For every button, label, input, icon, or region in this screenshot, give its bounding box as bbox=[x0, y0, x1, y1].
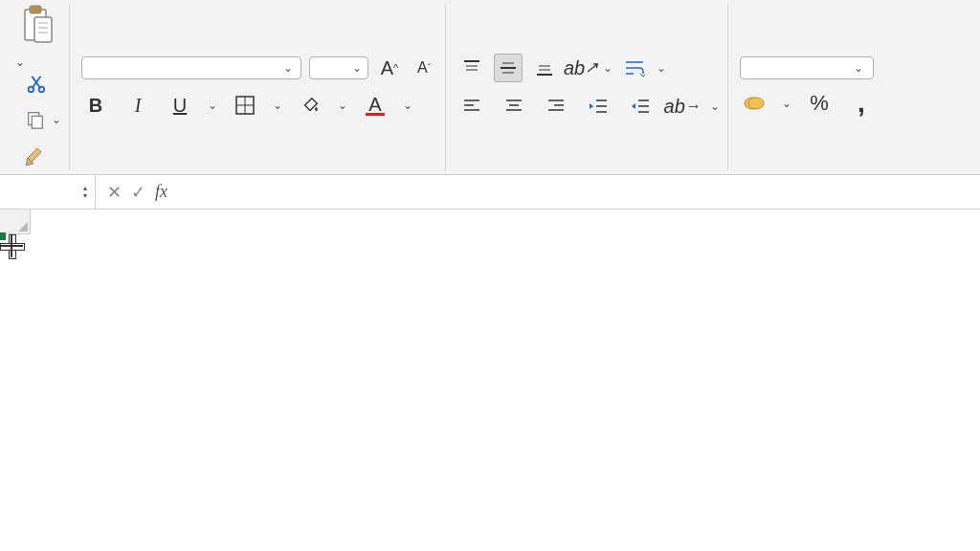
orientation-button[interactable]: ab↗ bbox=[567, 54, 595, 82]
svg-rect-2 bbox=[34, 17, 52, 42]
chevron-down-icon[interactable]: ⌄ bbox=[603, 61, 612, 75]
chevron-down-icon[interactable]: ⌄ bbox=[710, 99, 720, 113]
chevron-down-icon[interactable]: ⌄ bbox=[403, 99, 412, 112]
chevron-down-icon[interactable]: ⌄ bbox=[657, 61, 666, 75]
chevron-down-icon: ⌄ bbox=[854, 61, 863, 75]
svg-point-7 bbox=[39, 87, 44, 93]
chevron-down-icon[interactable]: ⌄ bbox=[782, 97, 791, 110]
align-bottom-button[interactable] bbox=[530, 54, 559, 82]
bold-button[interactable]: B bbox=[81, 91, 110, 120]
alignment-group: ab↗ ⌄ ⌄ ab→ ⌄ bbox=[450, 4, 728, 170]
cancel-formula-button[interactable]: ✕ bbox=[107, 182, 122, 203]
svg-point-40 bbox=[748, 98, 764, 109]
font-name-select[interactable]: ⌄ bbox=[81, 56, 301, 79]
chevron-down-icon: ⌄ bbox=[352, 61, 362, 75]
ribbon: ⌄ ⌄ ⌄ ⌄ A^ Aˇ B I U ⌄ ⌄ ⌄ A ⌄ bbox=[0, 0, 980, 175]
font-color-button[interactable]: A bbox=[361, 91, 390, 120]
formula-bar: ▴▾ ✕ ✓ fx bbox=[0, 175, 980, 209]
fill-color-button[interactable] bbox=[296, 91, 324, 120]
percent-button[interactable]: % bbox=[805, 89, 834, 118]
align-top-button[interactable] bbox=[457, 54, 486, 82]
svg-rect-1 bbox=[30, 6, 41, 13]
chevron-down-icon[interactable]: ⌄ bbox=[273, 99, 282, 112]
align-middle-button[interactable] bbox=[494, 54, 523, 82]
svg-point-6 bbox=[29, 87, 34, 93]
align-left-button[interactable] bbox=[457, 92, 486, 121]
spinner-icon[interactable]: ▴▾ bbox=[83, 185, 87, 200]
formula-input[interactable] bbox=[179, 188, 980, 196]
number-format-select[interactable]: ⌄ bbox=[740, 56, 874, 79]
format-painter-button[interactable] bbox=[21, 142, 50, 170]
accounting-format-button[interactable] bbox=[740, 89, 768, 118]
copy-button[interactable] bbox=[21, 105, 50, 134]
chevron-down-icon[interactable]: ⌄ bbox=[15, 55, 25, 69]
clipboard-group: ⌄ ⌄ bbox=[8, 4, 70, 170]
selection-indicator bbox=[0, 234, 4, 238]
fx-icon[interactable]: fx bbox=[155, 182, 167, 202]
name-box[interactable]: ▴▾ bbox=[0, 175, 96, 209]
comma-button[interactable]: , bbox=[847, 89, 876, 118]
align-right-button[interactable] bbox=[542, 92, 570, 121]
wrap-text-button[interactable] bbox=[620, 54, 649, 82]
underline-button[interactable]: U bbox=[166, 91, 194, 120]
cell-cursor-icon bbox=[0, 234, 23, 257]
font-size-select[interactable]: ⌄ bbox=[309, 56, 368, 79]
font-group: ⌄ ⌄ A^ Aˇ B I U ⌄ ⌄ ⌄ A ⌄ bbox=[74, 4, 446, 170]
number-group: ⌄ ⌄ % , bbox=[732, 4, 883, 170]
border-button[interactable] bbox=[231, 91, 259, 120]
spreadsheet-grid[interactable] bbox=[0, 209, 980, 234]
decrease-font-button[interactable]: Aˇ bbox=[411, 55, 437, 81]
svg-rect-9 bbox=[32, 116, 42, 128]
chevron-down-icon[interactable]: ⌄ bbox=[338, 99, 347, 112]
chevron-down-icon[interactable]: ⌄ bbox=[208, 99, 217, 112]
merge-button[interactable]: ab→ bbox=[668, 92, 697, 121]
select-all-corner[interactable] bbox=[0, 209, 31, 234]
align-center-button[interactable] bbox=[500, 92, 528, 121]
increase-font-button[interactable]: A^ bbox=[376, 55, 403, 81]
decrease-indent-button[interactable] bbox=[584, 92, 612, 121]
increase-indent-button[interactable] bbox=[626, 92, 655, 121]
italic-button[interactable]: I bbox=[123, 91, 152, 120]
chevron-down-icon: ⌄ bbox=[283, 61, 293, 75]
enter-formula-button[interactable]: ✓ bbox=[131, 182, 145, 203]
chevron-down-icon[interactable]: ⌄ bbox=[52, 113, 61, 126]
cut-button[interactable] bbox=[21, 69, 50, 98]
paste-button[interactable] bbox=[19, 4, 57, 46]
